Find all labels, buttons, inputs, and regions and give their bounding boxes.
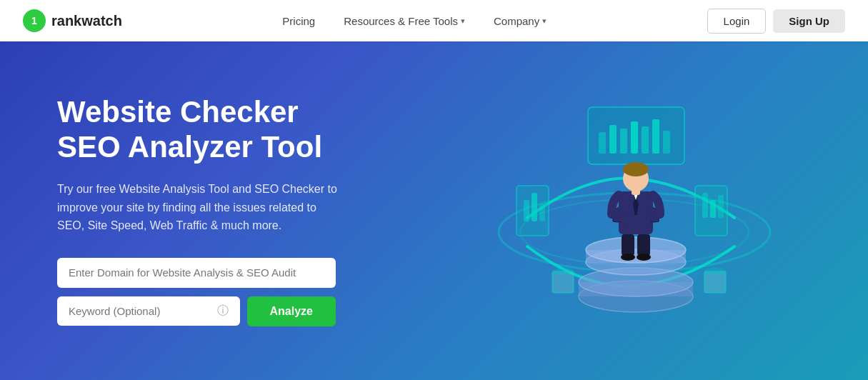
svg-rect-32 [620, 215, 652, 224]
svg-rect-9 [718, 195, 724, 218]
svg-point-23 [586, 237, 686, 263]
hero-description: Try our free Website Analysis Tool and S… [57, 180, 343, 235]
svg-point-29 [623, 162, 649, 176]
keyword-input[interactable] [69, 305, 217, 317]
svg-rect-17 [663, 131, 670, 154]
domain-input[interactable] [69, 266, 324, 279]
chevron-down-icon: ▾ [461, 16, 465, 26]
svg-rect-12 [609, 125, 617, 154]
svg-rect-34 [622, 234, 634, 256]
svg-rect-3 [524, 200, 529, 221]
domain-input-wrapper [57, 258, 336, 288]
info-icon[interactable]: ⓘ [217, 304, 229, 319]
keyword-input-wrapper: ⓘ [57, 296, 240, 326]
svg-point-37 [637, 254, 651, 261]
svg-rect-8 [710, 200, 716, 218]
svg-point-36 [621, 254, 635, 261]
signup-button[interactable]: Sign Up [773, 9, 845, 33]
keyword-row: ⓘ Analyze [57, 296, 336, 326]
nav-item-pricing[interactable]: Pricing [271, 9, 326, 33]
svg-rect-5 [539, 204, 545, 221]
logo-link[interactable]: 1 rankwatch [23, 9, 122, 32]
navbar: 1 rankwatch Pricing Resources & Free Too… [0, 0, 868, 41]
logo-text: rankwatch [51, 13, 122, 29]
svg-rect-35 [637, 234, 650, 256]
svg-rect-4 [532, 193, 537, 221]
svg-rect-7 [702, 193, 708, 218]
svg-point-27 [704, 268, 726, 275]
hero-title: Website Checker SEO Analyzer Tool [57, 95, 429, 164]
nav-item-resources[interactable]: Resources & Free Tools ▾ [332, 9, 477, 33]
hero-content: Website Checker SEO Analyzer Tool Try ou… [57, 95, 429, 326]
hero-section: Website Checker SEO Analyzer Tool Try ou… [0, 41, 868, 380]
login-button[interactable]: Login [707, 9, 767, 34]
svg-rect-38 [632, 188, 640, 195]
analyze-button[interactable]: Analyze [247, 296, 336, 326]
nav-menu: Pricing Resources & Free Tools ▾ Company… [271, 9, 558, 33]
chevron-down-icon: ▾ [542, 16, 547, 26]
svg-rect-16 [652, 119, 659, 154]
svg-rect-13 [620, 129, 627, 154]
svg-point-25 [552, 268, 574, 275]
svg-rect-14 [631, 121, 638, 154]
svg-rect-11 [599, 132, 606, 154]
nav-item-company[interactable]: Company ▾ [482, 9, 558, 33]
hero-illustration [429, 41, 811, 380]
illustration-svg [449, 68, 792, 354]
svg-rect-15 [642, 126, 649, 154]
logo-icon: 1 [23, 9, 46, 32]
nav-actions: Login Sign Up [707, 9, 845, 34]
